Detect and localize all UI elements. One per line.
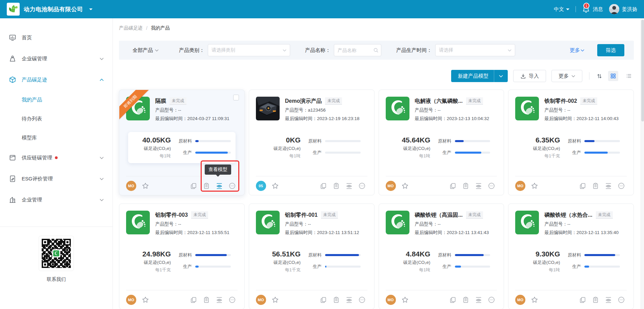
more-options-icon[interactable] [229,182,236,189]
copy-icon[interactable] [190,182,197,189]
toolbar-divider [589,72,589,80]
copy-icon[interactable] [579,182,586,189]
raw-material-label: 原材料 [176,138,192,144]
view-model-eye-icon[interactable] [346,296,353,303]
product-card[interactable]: 铝制零件-001 未完成 产品型号：-- 最后编辑时间：2023-12-11 1… [249,204,375,309]
view-model-eye-icon[interactable] [605,296,612,303]
carbon-stats-panel: 40.05KG 碳足迹(CO₂e) 每1吨 原材料 生产 [128,132,236,163]
all-products-dropdown[interactable]: 全部产品 [133,47,159,54]
copy-icon[interactable] [449,182,456,189]
carbon-footprint-value: 56.51KG [263,250,301,258]
breadcrumb-parent[interactable]: 产品碳足迹 [119,25,143,31]
clipboard-report-icon[interactable] [333,182,340,189]
sidebar-item-my-products[interactable]: 我的产品 [0,90,113,109]
product-card[interactable]: 即将到期 隔膜 未完成 [119,90,245,195]
more-options-icon[interactable] [488,182,495,189]
user-menu[interactable]: 姜洪扬 [609,4,637,14]
product-name[interactable]: 磷酸铁锂（水热合... [544,212,592,219]
copy-icon[interactable] [449,296,456,303]
favorite-star-icon[interactable] [401,296,409,304]
chevron-down-icon[interactable] [494,75,508,77]
product-card[interactable]: 磷酸铁锂（水热合... 未完成 产品型号：-- 最后编辑时间：2023-12-1… [508,204,634,309]
view-model-eye-icon[interactable] [216,182,223,189]
clipboard-report-icon[interactable] [592,296,599,303]
product-card[interactable]: 磷酸铁锂（高温固... 未完成 产品型号：-- 最后编辑时间：2023-12-1… [379,204,504,309]
production-bar-row: 生产 [565,264,620,270]
copy-icon[interactable] [320,296,327,303]
category-select[interactable]: 请选择类别 [208,44,290,56]
product-card[interactable]: 电解液（六氟磷酸... 未完成 产品型号：-- 最后编辑时间：2023-12-1… [379,90,504,195]
scrollbar[interactable] [641,18,644,309]
product-name[interactable]: 电解液（六氟磷酸... [415,98,463,105]
favorite-star-icon[interactable] [271,182,279,190]
production-time-select[interactable]: 请选择 [435,44,515,56]
sidebar-item-home[interactable]: 首页 [0,27,113,48]
sidebar-item-enterprise-admin[interactable]: 企业管理 [0,189,113,210]
production-label: 生产 [565,264,581,270]
favorite-star-icon[interactable] [271,296,279,304]
view-model-eye-icon[interactable] [605,182,612,189]
clipboard-report-icon[interactable] [333,296,340,303]
card-select-checkbox[interactable] [233,95,239,100]
product-name[interactable]: 铝制零件-001 [285,212,318,219]
clipboard-report-icon[interactable] [592,182,599,189]
clipboard-report-icon[interactable] [462,296,469,303]
copy-icon[interactable] [320,182,327,189]
sidebar-item-model-library[interactable]: 模型库 [0,128,113,147]
more-actions-button[interactable]: 更多 [551,70,582,82]
raw-material-label: 原材料 [176,252,192,258]
favorite-star-icon[interactable] [142,182,149,190]
sidebar-item-enterprise-carbon[interactable]: 企业碳管理 [0,48,113,69]
view-model-tooltip: 查看模型 [205,165,231,175]
favorite-star-icon[interactable] [531,296,538,304]
favorite-star-icon[interactable] [142,296,149,304]
clipboard-report-icon[interactable] [203,182,210,189]
view-model-eye-icon[interactable] [475,296,482,303]
favorite-star-icon[interactable] [531,182,538,190]
more-options-icon[interactable] [359,296,365,303]
product-card[interactable]: 铝制零件-003 未完成 产品型号：-- 最后编辑时间：2023-12-11 1… [119,204,245,309]
sort-order-button[interactable] [596,73,603,79]
product-name[interactable]: 铝制零件-003 [155,212,188,219]
import-button[interactable]: 导入 [513,70,546,82]
company-switcher[interactable]: 动力电池制品有限公司 [7,3,93,16]
new-product-model-button[interactable]: 新建产品模型 [451,70,508,82]
more-options-icon[interactable] [488,296,495,303]
more-filters-link[interactable]: 更多 [570,47,584,54]
last-edited-value: 2023-12-11 13:41:43 [447,230,489,235]
view-model-eye-icon[interactable] [216,296,223,303]
product-card[interactable]: 铁制零件-002 未完成 产品型号：-- 最后编辑时间：2023-12-11 1… [508,90,634,195]
breadcrumb-separator: / [146,25,147,31]
sidebar-item-supply-chain[interactable]: 供应链碳管理 [0,147,113,168]
raw-material-bar [455,140,490,142]
raw-material-label: 原材料 [565,252,581,258]
more-options-icon[interactable] [618,296,625,303]
sidebar-item-todo-list[interactable]: 待办列表 [0,109,113,128]
sidebar-item-product-footprint[interactable]: 产品碳足迹 [0,69,113,90]
product-name[interactable]: 铁制零件-002 [544,98,577,105]
messages-button[interactable]: 1 消息 [582,5,603,14]
favorite-star-icon[interactable] [401,182,409,190]
view-model-eye-icon[interactable] [475,182,482,189]
view-model-eye-icon[interactable] [346,182,353,189]
filter-submit-button[interactable]: 筛选 [597,44,624,56]
grid-view-toggle[interactable] [608,71,618,81]
status-badge: 未完成 [321,211,338,219]
more-options-icon[interactable] [229,296,236,303]
scrollbar-thumb[interactable] [641,20,644,121]
more-options-icon[interactable] [359,182,365,189]
clipboard-report-icon[interactable] [462,182,469,189]
clipboard-report-icon[interactable] [203,296,210,303]
copy-icon[interactable] [579,296,586,303]
product-card[interactable]: Demo演示产品 未完成 产品型号：a123456 最后编辑时间：2023-12… [249,90,375,195]
sidebar-item-esg[interactable]: ESG评价管理 [0,168,113,189]
copy-icon[interactable] [190,296,197,303]
product-name[interactable]: Demo演示产品 [285,98,322,105]
product-name[interactable]: 磷酸铁锂（高温固... [415,212,463,219]
production-bar [455,266,490,268]
model-value: -- [438,221,441,227]
language-switcher[interactable]: 中文 [554,6,569,13]
product-name[interactable]: 隔膜 [155,98,166,105]
more-options-icon[interactable] [618,182,625,189]
list-view-toggle[interactable] [624,71,634,81]
